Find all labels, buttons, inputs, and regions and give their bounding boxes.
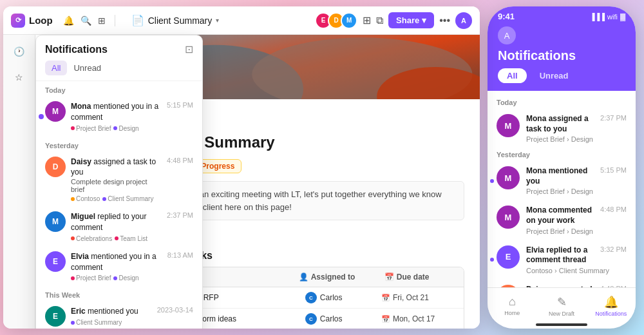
- share-chevron-icon: ▾: [422, 15, 426, 25]
- notif-meta-mona: Project Brief Design: [71, 125, 162, 132]
- notif-sub-daisy: Complete design project brief: [71, 178, 162, 193]
- notif-tab-unread[interactable]: Unread: [67, 61, 108, 75]
- title-divider: [115, 15, 115, 26]
- doc-title-area[interactable]: 📄 Client Summary ▾: [124, 14, 227, 27]
- notif-tag-project: Project Brief: [71, 125, 111, 132]
- phone-tab-all[interactable]: All: [498, 68, 527, 83]
- battery-icon: ▓: [620, 13, 625, 21]
- phone-notif-mona-comment[interactable]: M Mona commented on your work 4:48 PM Pr…: [488, 200, 636, 240]
- assignee-av-1: C: [305, 313, 317, 325]
- doc-icon: 📄: [131, 14, 144, 26]
- notif-text-daisy: Daisy assigned a task to you: [71, 157, 162, 178]
- phone-notif-body-mona2: Mona mentioned you 5:15 PM Project Brief…: [526, 166, 627, 195]
- tag-dot-8: [113, 276, 117, 280]
- phone-nav-notifications[interactable]: 🔔 Notifications: [586, 295, 636, 317]
- phone-av-mona: M: [497, 114, 520, 137]
- share-button[interactable]: Share ▾: [388, 12, 434, 28]
- task-table-header: ≡ Task 👤 Assigned to 📅 Due date: [158, 267, 464, 287]
- phone-notif-time-daisy: 4:48 PM: [600, 285, 627, 287]
- phone-notif-mona-mentioned[interactable]: M Mona mentioned you 5:15 PM Project Bri…: [488, 161, 636, 200]
- home-nav-icon: ⌂: [509, 295, 516, 309]
- tag-dot-3: [71, 197, 75, 201]
- phone-notif-sub-mona: Project Brief › Design: [526, 135, 627, 143]
- assignee-name-1: Carlos: [320, 314, 343, 323]
- phone-notif-elvia[interactable]: E Elvia replied to a comment thread 3:32…: [488, 240, 636, 280]
- notif-avatar-elvia: E: [45, 251, 66, 272]
- task-due-0: 📅 Fri, Oct 21: [381, 293, 457, 302]
- phone-tab-unread[interactable]: Unread: [531, 68, 578, 83]
- phone-notif-body-mona: Mona assigned a task to you 2:37 PM Proj…: [526, 114, 627, 143]
- phone-notif-time-mona3: 4:48 PM: [600, 206, 627, 213]
- bell-icon[interactable]: 🔔: [63, 15, 74, 26]
- notif-meta-daisy: Contoso Client Summary: [71, 195, 162, 202]
- user-avatar[interactable]: A: [455, 12, 472, 29]
- app-logo[interactable]: ⟳ Loop: [11, 14, 53, 28]
- notif-tabs: All Unread: [36, 61, 202, 81]
- notif-item-elvia[interactable]: E Elvia mentioned you in a comment Proje…: [36, 247, 202, 287]
- notif-avatar-eric: E: [45, 306, 66, 327]
- phone-status-bar: 9:41 ▐▐▐ wifi ▓: [488, 6, 636, 21]
- notif-tag-clientsum: Client Summary: [71, 319, 122, 326]
- notif-close-button[interactable]: ⊡: [185, 43, 193, 55]
- task-row-0[interactable]: Fill out RFP C Carlos 📅 Fri, Oct 21: [158, 287, 464, 309]
- phone-notif-title: Notifications: [498, 48, 625, 63]
- task-due-1: 📅 Mon, Oct 17: [381, 314, 457, 323]
- search-icon[interactable]: 🔍: [80, 15, 91, 26]
- notif-time-eric: 2023-03-14: [157, 306, 193, 314]
- assignee-name-0: Carlos: [320, 293, 343, 302]
- phone-notif-row-daisy: Daisy commented on your work 4:48 PM: [526, 285, 627, 287]
- phone-user-avatar: A: [498, 26, 516, 44]
- notif-item-daisy[interactable]: D Daisy assigned a task to you Complete …: [36, 152, 202, 207]
- task-row-1[interactable]: Brainstorm ideas C Carlos 📅 Mon, Oct 17: [158, 309, 464, 329]
- duplicate-icon[interactable]: ⧉: [376, 15, 383, 26]
- notif-text-mona: Mona mentioned you in a comment: [71, 101, 162, 123]
- tag-dot-4: [102, 197, 106, 201]
- sidebar: 🕐 ☆: [3, 35, 35, 329]
- phone-notif-text-daisy: Daisy commented on your work: [526, 285, 598, 287]
- notif-tag-teamlist: Team List: [115, 235, 147, 242]
- grid-icon[interactable]: ⊞: [98, 15, 106, 26]
- phone-notif-daisy[interactable]: D Daisy commented on your work 4:48 PM P…: [488, 280, 636, 287]
- tag-dot-7: [71, 276, 75, 280]
- assignee-av-0: C: [305, 292, 317, 303]
- tag-dot-9: [71, 321, 75, 325]
- phone-notif-body-daisy: Daisy commented on your work 4:48 PM Pro…: [526, 285, 627, 287]
- notif-time-mona: 5:15 PM: [167, 101, 193, 109]
- notif-item-mona-today[interactable]: M Mona mentioned you in a comment Projec…: [36, 97, 202, 137]
- phone-notif-row-mona3: Mona commented on your work 4:48 PM: [526, 206, 627, 225]
- notif-panel-title: Notifications: [45, 44, 108, 55]
- notif-item-miguel[interactable]: M Miguel replied to your comment Celebra…: [36, 207, 202, 247]
- more-options-icon[interactable]: •••: [439, 15, 450, 26]
- phone-notif-body-elvia: Elvia replied to a comment thread 3:32 P…: [526, 245, 627, 274]
- sidebar-icon-recent[interactable]: 🕐: [8, 40, 31, 63]
- phone-section-today: Today: [488, 96, 636, 109]
- phone-av-elvia: E: [497, 245, 520, 269]
- app-name: Loop: [29, 15, 53, 26]
- home-nav-label: Home: [504, 310, 520, 316]
- notif-item-eric[interactable]: E Eric mentioned you Client Summary 2023…: [36, 302, 202, 329]
- phone-section-yesterday: Yesterday: [488, 148, 636, 161]
- notif-time-miguel: 2:37 PM: [167, 211, 193, 219]
- notif-tag-projbrief: Project Brief: [71, 274, 111, 282]
- phone-nav-draft[interactable]: ✎ New Draft: [537, 295, 587, 317]
- assigned-col-label: Assigned to: [311, 273, 355, 282]
- phone-nav-home[interactable]: ⌂ Home: [488, 295, 537, 316]
- notif-body-miguel: Miguel replied to your comment Celebrati…: [71, 211, 162, 242]
- signal-icon: ▐▐▐: [590, 13, 605, 21]
- doc-title-text: Client Summary: [148, 15, 213, 26]
- chevron-down-icon: ▾: [216, 17, 219, 24]
- phone-notif-mona-today[interactable]: M Mona assigned a task to you 2:37 PM Pr…: [488, 109, 636, 148]
- avatar-group: E D M: [315, 12, 357, 29]
- phone-av-daisy: D: [497, 285, 520, 287]
- title-bar-icons: 🔔 🔍 ⊞: [63, 15, 106, 26]
- view-options-icon[interactable]: ⊞: [363, 14, 371, 26]
- phone-notif-text-mona: Mona assigned a task to you: [526, 114, 598, 134]
- phone-av-mona3: M: [497, 206, 520, 229]
- app-logo-icon: ⟳: [11, 14, 25, 28]
- sidebar-icon-star[interactable]: ☆: [8, 66, 31, 89]
- notif-tab-all[interactable]: All: [45, 61, 67, 75]
- cal-icon-1: 📅: [381, 315, 390, 323]
- phone-notif-body-mona3: Mona commented on your work 4:48 PM Proj…: [526, 206, 627, 235]
- notif-tag-celebrations: Celebrations: [71, 235, 112, 242]
- tag-dot-2: [113, 126, 117, 130]
